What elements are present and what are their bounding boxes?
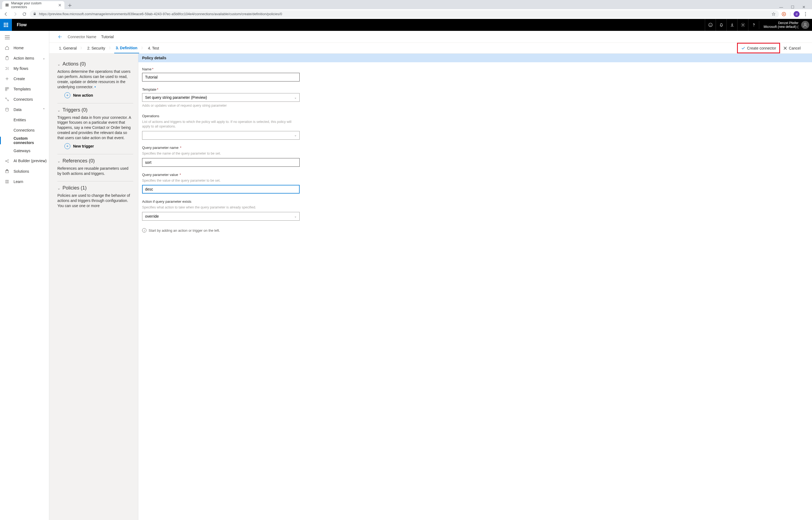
field-qpvalue-label: Query parameter value *: [142, 173, 299, 177]
svg-point-3: [805, 14, 806, 14]
book-icon: [5, 180, 10, 184]
url-box[interactable]: https://preview.flow.microsoft.com/manag…: [30, 10, 779, 18]
window-controls: — ☐ ✕: [778, 4, 810, 9]
form-footnote: i Start by adding an action or trigger o…: [142, 227, 299, 233]
action-exists-select[interactable]: override ⌄: [142, 212, 299, 220]
solutions-icon: [5, 169, 10, 174]
sidebar-item-label: Templates: [14, 87, 31, 91]
extension-icon[interactable]: [781, 11, 787, 17]
nav-back-button[interactable]: [2, 10, 10, 18]
sidebar-item-templates[interactable]: Templates: [0, 84, 49, 94]
connector-name-bar: Connector Name Tutorial: [49, 31, 812, 43]
field-template: Template* Set query string parameter (Pr…: [142, 87, 299, 108]
sidebar-subitem-connections[interactable]: Connections: [0, 125, 49, 135]
browser-addressbar: https://preview.flow.microsoft.com/manag…: [0, 9, 812, 19]
header-emoji-icon[interactable]: [705, 19, 716, 31]
new-trigger-label: New trigger: [73, 144, 94, 148]
new-tab-button[interactable]: [66, 2, 74, 9]
cancel-button[interactable]: Cancel: [780, 43, 804, 53]
flow-icon: [5, 66, 10, 71]
url-text: https://preview.flow.microsoft.com/manag…: [39, 12, 769, 16]
header-help-icon[interactable]: [748, 19, 759, 31]
nav-reload-button[interactable]: [21, 10, 28, 18]
tab-title: Manage your custom connectors: [11, 1, 56, 9]
section-actions-header[interactable]: ⌄ Actions (0): [57, 61, 133, 67]
operations-select[interactable]: ⌄: [142, 131, 299, 140]
section-triggers-header[interactable]: ⌄ Triggers (0): [57, 107, 133, 113]
header-user-area[interactable]: Denzel Pfeifer Microsoft (new default) (: [759, 21, 812, 29]
step-security[interactable]: 2. Security: [85, 43, 107, 53]
name-input[interactable]: [142, 73, 299, 81]
window-minimize-icon[interactable]: —: [778, 5, 784, 9]
qpname-input[interactable]: [142, 158, 299, 167]
new-action-button[interactable]: ＋ New action: [57, 92, 133, 98]
section-title: Triggers (0): [62, 107, 87, 113]
header-user-avatar[interactable]: [801, 21, 809, 29]
field-qpname: Query parameter name * Specifies the nam…: [142, 146, 299, 167]
sidebar: Home Action items ⌄ My flows Create Temp…: [0, 31, 49, 520]
header-bell-icon[interactable]: [716, 19, 727, 31]
chevron-down-icon: ⌄: [294, 96, 297, 99]
connector-name-label: Connector Name: [68, 35, 96, 39]
section-references-desc: References are reusable parameters used …: [57, 166, 133, 176]
close-icon: [783, 46, 787, 50]
browser-menu-icon[interactable]: [802, 11, 809, 17]
sidebar-item-create[interactable]: Create: [0, 74, 49, 84]
back-arrow-button[interactable]: [57, 35, 63, 39]
qpname-hint: Specifies the name of the query paramete…: [142, 151, 299, 156]
window-maximize-icon[interactable]: ☐: [789, 5, 796, 9]
template-select[interactable]: Set query string parameter (Preview) ⌄: [142, 93, 299, 102]
sidebar-item-label: Solutions: [14, 169, 29, 174]
window-close-icon[interactable]: ✕: [801, 5, 807, 9]
qpvalue-input[interactable]: [142, 185, 299, 193]
sidebar-item-action-items[interactable]: Action items ⌄: [0, 53, 49, 63]
step-test[interactable]: 4. Test: [147, 43, 161, 53]
section-references-header[interactable]: ⌄ References (0): [57, 158, 133, 164]
sidebar-subitem-label: Gateways: [14, 149, 30, 153]
section-title: Policies (1): [62, 185, 87, 191]
new-trigger-button[interactable]: ＋ New trigger: [57, 143, 133, 149]
action-exists-hint: Specifies what action to take when the q…: [142, 205, 299, 210]
svg-point-21: [8, 162, 9, 163]
chevron-down-icon: ⌄: [57, 159, 60, 163]
create-connector-button[interactable]: Create connector: [737, 43, 780, 53]
field-operations: Operations List of actions and triggers …: [142, 114, 299, 140]
field-operations-label: Operations: [142, 114, 299, 118]
header-download-icon[interactable]: [727, 19, 737, 31]
svg-point-18: [6, 108, 9, 109]
sidebar-item-connectors[interactable]: Connectors: [0, 94, 49, 104]
svg-rect-11: [6, 57, 8, 60]
template-select-value: Set query string parameter (Preview): [145, 95, 207, 100]
sidebar-item-my-flows[interactable]: My flows: [0, 63, 49, 74]
svg-rect-15: [5, 89, 7, 91]
bookmark-star-icon[interactable]: [771, 12, 776, 16]
qpvalue-hint: Specifies the value of the query paramet…: [142, 178, 299, 183]
nav-forward-button[interactable]: [11, 10, 19, 18]
sidebar-subitem-entities[interactable]: Entities: [0, 115, 49, 125]
step-general[interactable]: 1. General: [57, 43, 78, 53]
sidebar-item-label: AI Builder (preview): [14, 159, 47, 163]
section-triggers-desc: Triggers read data in from your connecto…: [57, 115, 133, 140]
sidebar-collapse-button[interactable]: [0, 32, 49, 43]
app-launcher-button[interactable]: [0, 19, 12, 31]
svg-point-1: [783, 13, 785, 15]
sidebar-subitem-label: Entities: [14, 118, 26, 122]
sidebar-subitem-custom-connectors[interactable]: Custom connectors: [0, 135, 49, 146]
header-gear-icon[interactable]: [737, 19, 748, 31]
sidebar-subitem-gateways[interactable]: Gateways: [0, 146, 49, 156]
browser-tab[interactable]: Manage your custom connectors: [2, 1, 64, 9]
step-definition[interactable]: 3. Definition: [114, 43, 139, 53]
tab-close-icon[interactable]: [58, 3, 62, 7]
svg-point-7: [711, 24, 711, 25]
sidebar-item-learn[interactable]: Learn: [0, 177, 49, 187]
plus-icon: [5, 77, 10, 81]
sidebar-item-ai-builder[interactable]: AI Builder (preview) ⌄: [0, 156, 49, 166]
sidebar-item-solutions[interactable]: Solutions: [0, 166, 49, 177]
chevron-down-icon: ⌄: [294, 133, 297, 137]
section-policies-header[interactable]: ⌄ Policies (1): [57, 185, 133, 191]
sidebar-item-home[interactable]: Home: [0, 43, 49, 53]
sidebar-item-data[interactable]: Data ⌃: [0, 104, 49, 115]
section-title: Actions (0): [62, 61, 86, 67]
browser-profile-avatar[interactable]: d: [793, 11, 800, 17]
connector-name-value: Tutorial: [101, 35, 114, 39]
